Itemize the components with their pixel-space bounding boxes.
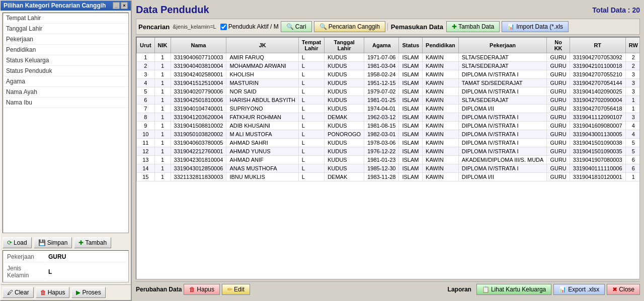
table-cell: GURU [547,130,570,139]
table-cell: 1962-03-12 [364,113,399,122]
tambah-button[interactable]: ✚ Tambah [74,237,111,248]
table-cell: 1 [154,62,171,70]
table-cell: L [298,87,324,96]
left-bottom-buttons: 🖊 Clear 🗑 Hapus ▶ Proses [1,284,131,300]
minimize-icon[interactable]: _ [113,2,120,9]
import-data-button[interactable]: 📊 Import Data (*.xls [502,21,569,32]
table-row[interactable]: 313319042402580001KHOLISHLKUDUS1958-02-2… [137,70,640,79]
table-cell: 3319042702090004 [570,96,625,105]
table-cell: DIPLOMA IV/STRATA I [458,70,547,79]
table-cell: 3 [625,70,640,79]
pencarian-canggih-button[interactable]: 🔍 Pencarian Canggih [314,21,385,32]
penduduk-aktif-checkbox[interactable] [220,24,227,30]
table-row[interactable]: 113319040607710003AMIR FARUQLKUDUS1971-0… [137,53,640,62]
table-cell: KUDUS [325,79,364,87]
proses-button[interactable]: ▶ Proses [71,287,105,298]
table-cell: AHMAD ANIF [226,156,298,164]
table-cell: 6 [137,96,155,105]
left-list-item[interactable]: Agama [3,76,128,87]
table-cell: 4 [625,130,640,139]
table-row[interactable]: 813319041203620004FATKHUR ROHMANLDEMAK19… [137,113,640,122]
table-cell: 9 [137,122,155,130]
lihat-kartu-button[interactable]: 📋 Lihat Kartu Keluarga [476,284,551,295]
table-row[interactable]: 213319040403810004MOHAMMAD ARWANILKUDUS1… [137,62,640,70]
table-cell: 2 [137,62,155,70]
table-cell: 3319042707054144 [570,79,625,87]
table-cell: DIPLOMA IV/STRATA I [458,139,547,147]
table-cell: KAWIN [423,130,459,139]
left-list-item[interactable]: Nama Ayah [3,87,128,97]
left-list-item[interactable]: Status Penduduk [3,66,128,76]
edit-button[interactable]: ✏ Edit [222,284,250,295]
table-row[interactable]: 1113319040603780005AHMAD SAHRILKUDUS1978… [137,139,640,147]
table-cell: 3319040111110006 [570,164,625,173]
table-cell: KAWIN [423,173,459,181]
cari-button[interactable]: 🔍 Cari [281,21,312,32]
table-cell: ANAS MUSTHOFA [226,164,298,173]
table-cell: 4 [137,79,155,87]
table-cell: HARISH ABDUL BASYITH [226,96,298,105]
table-cell: FATKHUR ROHMAN [226,113,298,122]
tambah-data-button[interactable]: ✚ Tambah Data [446,21,500,32]
simpan-button[interactable]: 💾 Simpan [34,237,72,248]
export-button[interactable]: 📊 Export .xlsx [553,284,605,295]
table-row[interactable]: 513319040207790006NOR SAIDLKUDUS1979-07-… [137,87,640,96]
left-list-item[interactable]: Pekerjaan [3,34,128,45]
tambah-data-icon: ✚ [452,23,457,30]
table-cell: GURU [547,156,570,164]
table-row[interactable]: 713319040104740001SUPRIYONOLKUDUS1974-04… [137,105,640,113]
table-header-cell: No KK [547,38,570,53]
table-cell: KAWIN [423,79,459,87]
import-data-icon: 📊 [507,23,515,30]
table-cell: KHOLISH [226,70,298,79]
table-row[interactable]: 413319041512510004MASTURINLKUDUS1951-12-… [137,79,640,87]
close-button[interactable]: ✖ Close [607,284,640,295]
filter-row: Jenis KelaminL [4,263,127,281]
table-cell: 3 [625,79,640,87]
table-cell: ISLAM [399,139,423,147]
hapus-button[interactable]: 🗑 Hapus [184,284,220,295]
table-cell: 15 [137,173,155,181]
table-cell: 1 [137,53,155,62]
table-cell: 1983-11-28 [364,173,399,181]
table-cell: GURU [547,122,570,130]
perubahan-data-label: Perubahan Data [136,286,182,293]
table-cell: 1 [625,173,640,181]
close-icon: ✖ [612,286,617,293]
table-row[interactable]: 1213319042212760001AHMAD YUNUSLKUDUS1976… [137,147,640,156]
penduduk-aktif-checkbox-row[interactable]: Penduduk Aktif / M [220,23,279,30]
left-list-item[interactable]: Status Keluarga [3,55,128,66]
table-cell: 1 [154,113,171,122]
hapus-icon: 🗑 [189,286,195,293]
hapus-left-button[interactable]: 🗑 Hapus [36,287,70,298]
left-list-item[interactable]: Tempat Lahir [3,13,128,24]
cari-icon: 🔍 [286,23,294,30]
left-list-item[interactable]: Pendidikan [3,45,128,55]
close-icon[interactable]: × [121,2,128,9]
table-row[interactable]: 1513321132811830003IBNU MUKLISLDEMAK1983… [137,173,640,181]
load-button[interactable]: ⟳ Load [3,237,32,248]
table-row[interactable]: 1013319050103820002M ALI MUSTOFALPONOROG… [137,130,640,139]
left-list-item[interactable]: Nama Ibu [3,97,128,108]
table-cell: 1982-03-01 [364,130,399,139]
table-cell: L [298,173,324,181]
table-cell: L [298,105,324,113]
left-category-list[interactable]: Tempat LahirTanggal LahirPekerjaanPendid… [3,13,129,233]
table-cell: AHMAD SAHRI [226,139,298,147]
table-cell: ISLAM [399,164,423,173]
left-list-item[interactable]: Tanggal Lahir [3,24,128,34]
table-cell: KUDUS [325,70,364,79]
table-cell: DIPLOMA IV/STRATA I [458,147,547,156]
table-row[interactable]: 613319042501810006HARISH ABDUL BASYITHLK… [137,96,640,105]
save-icon: 💾 [38,239,46,246]
data-table-wrapper[interactable]: UrutNIKNamaJKTempat LahirTanggal LahirAg… [136,37,640,279]
table-cell: 12 [137,147,155,156]
table-row[interactable]: 1313319042301810004AHMAD ANIFLKUDUS1981-… [137,156,640,164]
table-cell: 1974-04-01 [364,105,399,113]
clear-button[interactable]: 🖊 Clear [3,287,34,298]
table-row[interactable]: 1413319043012850006ANAS MUSTHOFALKUDUS19… [137,164,640,173]
table-row[interactable]: 913319041508810002ADIB KHUSAINILKUDUS198… [137,122,640,130]
table-header-cell: Agama [364,38,399,53]
table-cell: GURU [547,105,570,113]
table-cell: 3319041907080003 [570,156,625,164]
